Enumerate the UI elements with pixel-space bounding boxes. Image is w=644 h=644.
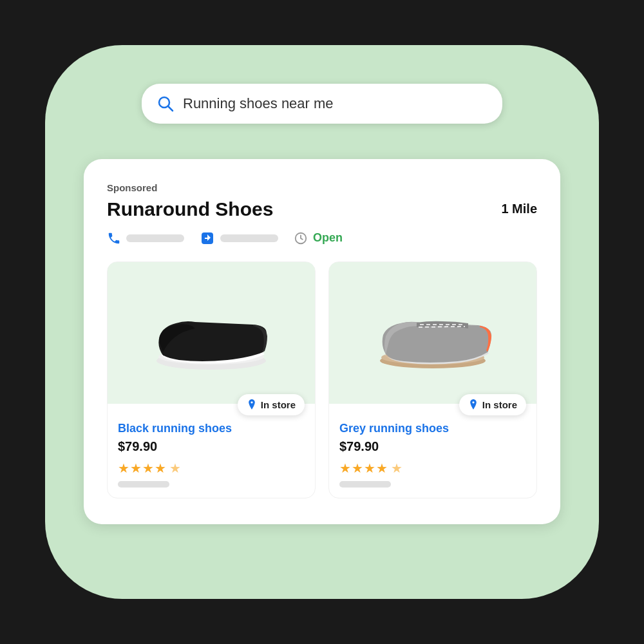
background-shape: Running shoes near me Sponsored Runaroun…: [45, 45, 599, 599]
half-star-2: ★: [391, 460, 402, 476]
directions-icon: [200, 231, 215, 246]
address-placeholder: [220, 234, 278, 242]
review-count-placeholder-1: [118, 481, 169, 488]
store-name[interactable]: Runaround Shoes: [107, 198, 273, 220]
distance-label: 1 Mile: [501, 202, 537, 216]
half-star-1: ★: [169, 460, 181, 476]
product-card-1[interactable]: In store Black running shoes $79.90 ★★★★…: [107, 261, 316, 498]
search-bar-container: Running shoes near me: [142, 84, 502, 124]
phone-icon: [107, 231, 121, 245]
rating-row-2: ★★★★ ★: [339, 460, 526, 476]
product-image-area-2: In store: [329, 262, 536, 404]
product-name-1[interactable]: Black running shoes: [118, 422, 305, 435]
product-details-2: Grey running shoes $79.90 ★★★★ ★: [329, 404, 536, 498]
in-store-badge-2: In store: [459, 394, 526, 415]
review-count-placeholder-2: [339, 481, 391, 488]
ad-card: Sponsored Runaround Shoes 1 Mile: [84, 159, 560, 524]
clock-icon: [294, 231, 308, 245]
in-store-label-2: In store: [482, 399, 517, 410]
search-query-text: Running shoes near me: [183, 95, 334, 112]
product-details-1: Black running shoes $79.90 ★★★★ ★: [108, 404, 315, 498]
product-price-1: $79.90: [118, 439, 305, 454]
store-header: Runaround Shoes 1 Mile: [107, 198, 537, 220]
product-name-2[interactable]: Grey running shoes: [339, 422, 526, 435]
product-price-2: $79.90: [339, 439, 526, 454]
phone-number-placeholder: [126, 234, 184, 242]
search-bar[interactable]: Running shoes near me: [142, 84, 502, 124]
grey-shoe-image: [365, 291, 500, 375]
location-pin-icon-1: [247, 399, 257, 410]
black-shoe-image: [144, 291, 279, 375]
in-store-label-1: In store: [261, 399, 296, 410]
products-grid: In store Black running shoes $79.90 ★★★★…: [107, 261, 537, 498]
open-text: Open: [313, 231, 343, 245]
stars-2: ★★★★: [339, 460, 388, 476]
open-status: Open: [294, 231, 343, 245]
store-info-row: Open: [107, 231, 537, 246]
phone-info[interactable]: [107, 231, 184, 245]
rating-row-1: ★★★★ ★: [118, 460, 305, 476]
in-store-badge-1: In store: [238, 394, 305, 415]
product-card-2[interactable]: In store Grey running shoes $79.90 ★★★★ …: [328, 261, 537, 498]
location-pin-icon-2: [468, 399, 478, 410]
svg-line-1: [168, 106, 173, 111]
product-image-area-1: In store: [108, 262, 315, 404]
search-icon: [157, 95, 174, 112]
directions-info[interactable]: [200, 231, 278, 246]
sponsored-label: Sponsored: [107, 182, 537, 193]
stars-1: ★★★★: [118, 460, 167, 476]
